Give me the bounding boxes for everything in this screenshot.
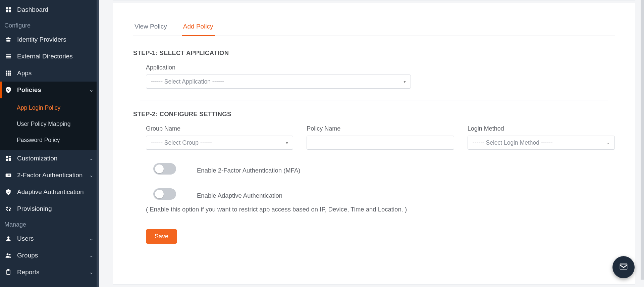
svg-rect-4 (6, 54, 11, 55)
toggle-knob (155, 190, 164, 198)
nav-groups[interactable]: Groups ⌄ (0, 247, 99, 264)
nav-apps-label: Apps (17, 69, 95, 77)
policies-submenu: App Login Policy User Policy Mapping Pas… (0, 98, 99, 150)
nav-identity-providers[interactable]: Identity Providers (0, 31, 99, 48)
toggle-knob (155, 164, 164, 173)
svg-rect-21 (6, 159, 8, 161)
tab-add-policy[interactable]: Add Policy (182, 19, 215, 36)
card-top-border (113, 0, 635, 1)
toggle-mfa-label: Enable 2-Factor Authentication (MFA) (197, 163, 300, 176)
nav-provisioning[interactable]: Provisioning (0, 200, 99, 217)
sidebar: Dashboard Configure Identity Providers E… (0, 0, 99, 287)
dashboard-icon (5, 6, 12, 13)
step2-title: STEP-2: CONFIGURE SETTINGS (133, 110, 615, 118)
svg-rect-10 (6, 73, 7, 74)
subnav-app-login-policy[interactable]: App Login Policy (0, 100, 99, 116)
customize-icon (5, 155, 12, 162)
application-select-value: ------ Select Application ------ (151, 78, 224, 85)
group-name-select[interactable]: ------ Select Group ------ ▾ (146, 136, 293, 150)
svg-rect-9 (9, 71, 11, 72)
nav-dashboard-label: Dashboard (17, 6, 95, 13)
clipboard-icon (5, 269, 12, 276)
toggle-enable-mfa[interactable] (153, 163, 176, 175)
svg-point-17 (8, 89, 9, 90)
svg-point-24 (6, 207, 8, 209)
toggle-adaptive-note: ( Enable this option if you want to rest… (146, 203, 615, 215)
policy-card: View Policy Add Policy STEP-1: SELECT AP… (113, 3, 635, 285)
nav-groups-label: Groups (17, 252, 89, 259)
section-manage-label: Manage (0, 217, 99, 230)
toggle-enable-adaptive[interactable] (153, 188, 176, 200)
nav-customization-label: Customization (17, 155, 89, 162)
nav-adaptive-auth-label: Adaptive Authentication (17, 188, 95, 196)
save-button[interactable]: Save (146, 229, 177, 244)
chevron-down-icon: ⌄ (89, 87, 95, 93)
nav-customization[interactable]: Customization ⌄ (0, 150, 99, 167)
nav-external-directories[interactable]: External Directories (0, 48, 99, 65)
shield-icon (5, 86, 12, 94)
nav-2fa-label: 2-Factor Authentication (17, 172, 89, 179)
application-select[interactable]: ------ Select Application ------ ▾ (146, 75, 411, 89)
svg-rect-8 (8, 71, 9, 72)
svg-point-27 (7, 253, 9, 255)
login-method-label: Login Method (468, 125, 615, 132)
caret-down-icon: ▾ (286, 140, 288, 145)
list-icon (5, 53, 12, 60)
application-label: Application (146, 64, 615, 71)
svg-rect-1 (9, 7, 11, 10)
svg-rect-20 (9, 158, 11, 161)
chat-fab[interactable] (612, 256, 635, 278)
tab-view-policy[interactable]: View Policy (133, 19, 168, 36)
group-name-select-value: ------ Select Group ------ (151, 139, 212, 146)
nav-reports-label: Reports (17, 269, 89, 276)
subnav-password-policy[interactable]: Password Policy (0, 132, 99, 148)
briefcase-icon (5, 36, 12, 43)
chevron-down-icon: ⌄ (89, 252, 95, 258)
chevron-down-icon: ⌄ (89, 236, 95, 242)
chevron-down-icon: ⌄ (89, 172, 95, 178)
chevron-down-icon: ⌄ (606, 140, 610, 145)
svg-rect-3 (9, 10, 11, 12)
nav-apps[interactable]: Apps (0, 65, 99, 82)
sidebar-scrollbar[interactable] (97, 0, 99, 287)
policy-name-label: Policy Name (307, 125, 454, 132)
svg-rect-15 (9, 74, 11, 76)
nav-adaptive-auth[interactable]: Adaptive Authentication (0, 184, 99, 200)
nav-provisioning-label: Provisioning (17, 205, 95, 212)
nav-identity-providers-label: Identity Providers (17, 36, 95, 43)
svg-rect-7 (6, 71, 7, 72)
badge-123-icon: 123 (5, 172, 12, 179)
toggle-adaptive-label: Enable Adaptive Authentication (197, 190, 282, 201)
nav-users-label: Users (17, 235, 89, 242)
nav-dashboard[interactable]: Dashboard (0, 1, 99, 18)
step1-title: STEP-1: SELECT APPLICATION (133, 49, 615, 57)
shield-check-icon (5, 188, 12, 196)
nav-2fa[interactable]: 123 2-Factor Authentication ⌄ (0, 167, 99, 184)
page-scrollbar[interactable] (641, 0, 644, 280)
nav-policies[interactable]: Policies ⌄ (0, 82, 99, 98)
svg-rect-5 (6, 56, 11, 57)
user-icon (5, 235, 12, 242)
svg-rect-11 (8, 73, 9, 74)
group-name-label: Group Name (146, 125, 293, 132)
svg-rect-18 (6, 156, 8, 158)
login-method-select-value: ------ Select Login Method ------ (473, 139, 553, 146)
svg-text:123: 123 (6, 174, 10, 177)
svg-rect-13 (6, 74, 7, 76)
login-method-select[interactable]: ------ Select Login Method ------ ⌄ (468, 136, 615, 150)
nav-external-directories-label: External Directories (17, 53, 95, 60)
nav-reports[interactable]: Reports ⌄ (0, 264, 99, 281)
svg-point-28 (9, 254, 11, 255)
main-content: View Policy Add Policy STEP-1: SELECT AP… (99, 0, 644, 287)
svg-rect-30 (8, 270, 9, 271)
nav-users[interactable]: Users ⌄ (0, 230, 99, 247)
svg-rect-14 (8, 74, 9, 76)
svg-rect-12 (9, 73, 11, 74)
subnav-user-policy-mapping[interactable]: User Policy Mapping (0, 116, 99, 132)
svg-rect-19 (9, 156, 11, 157)
policy-name-input[interactable] (307, 136, 454, 150)
caret-down-icon: ▾ (404, 79, 406, 84)
svg-rect-2 (6, 10, 8, 12)
sync-users-icon (5, 205, 12, 212)
section-configure-label: Configure (0, 18, 99, 31)
